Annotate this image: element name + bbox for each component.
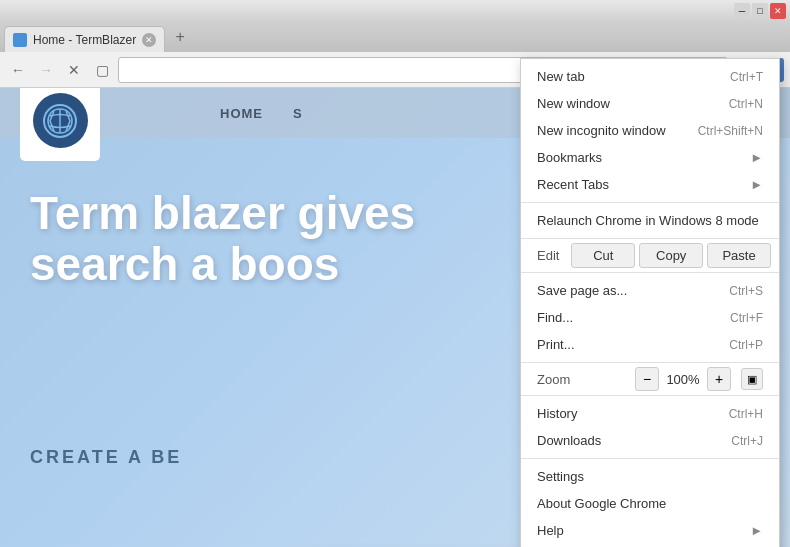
zoom-controls: − 100% + ▣ — [635, 367, 763, 391]
arrow-icon: ► — [750, 177, 763, 192]
menu-item-settings[interactable]: Settings — [521, 463, 779, 490]
title-bar: ─ □ ✕ — [0, 0, 790, 22]
arrow-icon: ► — [750, 150, 763, 165]
hero-text: Term blazer givessearch a boos — [30, 188, 415, 289]
home-button[interactable]: ▢ — [90, 58, 114, 82]
nav-link-home[interactable]: HOME — [220, 106, 263, 121]
forward-button[interactable]: → — [34, 58, 58, 82]
menu-section-1: New tab Ctrl+T New window Ctrl+N New inc… — [521, 59, 779, 203]
menu-item-save-page[interactable]: Save page as... Ctrl+S — [521, 277, 779, 304]
fullscreen-button[interactable]: ▣ — [741, 368, 763, 390]
menu-section-settings: Settings About Google Chrome Help ► — [521, 459, 779, 547]
page-nav-links: HOME S — [220, 106, 303, 121]
menu-item-help[interactable]: Help ► — [521, 517, 779, 544]
maximize-button[interactable]: □ — [752, 3, 768, 19]
tab-bar: Home - TermBlazer ✕ + — [0, 22, 790, 52]
browser-tab[interactable]: Home - TermBlazer ✕ — [4, 26, 165, 52]
menu-section-history: History Ctrl+H Downloads Ctrl+J — [521, 396, 779, 459]
title-bar-controls: ─ □ ✕ — [734, 3, 786, 19]
cta-text: CREATE A BE — [30, 447, 182, 468]
menu-item-bookmarks[interactable]: Bookmarks ► — [521, 144, 779, 171]
menu-section-4: Save page as... Ctrl+S Find... Ctrl+F Pr… — [521, 273, 779, 363]
zoom-row: Zoom − 100% + ▣ — [521, 363, 779, 396]
menu-item-new-window[interactable]: New window Ctrl+N — [521, 90, 779, 117]
nav-link-s[interactable]: S — [293, 106, 303, 121]
tab-close-button[interactable]: ✕ — [142, 33, 156, 47]
edit-label: Edit — [529, 244, 567, 267]
copy-button[interactable]: Copy — [639, 243, 703, 268]
edit-row: Edit Cut Copy Paste — [521, 239, 779, 273]
chrome-menu: New tab Ctrl+T New window Ctrl+N New inc… — [520, 58, 780, 547]
menu-item-new-tab[interactable]: New tab Ctrl+T — [521, 63, 779, 90]
close-button[interactable]: ✕ — [770, 3, 786, 19]
reload-stop-button[interactable]: ✕ — [62, 58, 86, 82]
cut-button[interactable]: Cut — [571, 243, 635, 268]
zoom-minus-button[interactable]: − — [635, 367, 659, 391]
paste-button[interactable]: Paste — [707, 243, 771, 268]
logo-circle — [33, 93, 88, 148]
arrow-icon: ► — [750, 523, 763, 538]
menu-item-find[interactable]: Find... Ctrl+F — [521, 304, 779, 331]
menu-item-print[interactable]: Print... Ctrl+P — [521, 331, 779, 358]
minimize-button[interactable]: ─ — [734, 3, 750, 19]
tab-title: Home - TermBlazer — [33, 33, 136, 47]
menu-item-history[interactable]: History Ctrl+H — [521, 400, 779, 427]
new-tab-button[interactable]: + — [169, 26, 191, 48]
menu-item-about-chrome[interactable]: About Google Chrome — [521, 490, 779, 517]
back-button[interactable]: ← — [6, 58, 30, 82]
zoom-plus-button[interactable]: + — [707, 367, 731, 391]
menu-item-relaunch[interactable]: Relaunch Chrome in Windows 8 mode — [521, 207, 779, 234]
menu-item-recent-tabs[interactable]: Recent Tabs ► — [521, 171, 779, 198]
logo-area — [20, 88, 100, 161]
menu-item-downloads[interactable]: Downloads Ctrl+J — [521, 427, 779, 454]
menu-item-incognito[interactable]: New incognito window Ctrl+Shift+N — [521, 117, 779, 144]
menu-section-2: Relaunch Chrome in Windows 8 mode — [521, 203, 779, 239]
zoom-value: 100% — [665, 372, 701, 387]
tab-favicon — [13, 33, 27, 47]
zoom-label: Zoom — [537, 372, 635, 387]
